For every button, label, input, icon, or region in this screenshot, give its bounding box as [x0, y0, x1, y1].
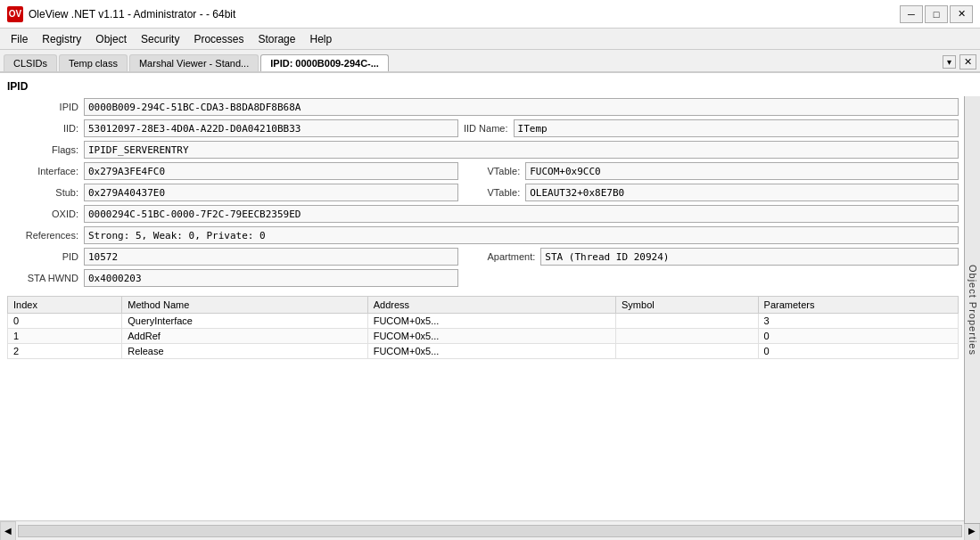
menu-bar: File Registry Object Security Processes … [0, 29, 980, 50]
cell-symbol [616, 344, 759, 359]
title-bar-controls: ─ □ ✕ [900, 5, 973, 23]
cell-method: QueryInterface [122, 314, 367, 329]
cell-index: 0 [8, 314, 122, 329]
iid-label: IID: [7, 123, 78, 134]
iid-name-label: IID Name: [464, 123, 508, 134]
col-address: Address [367, 297, 615, 314]
ipid-row: IPID [7, 98, 959, 116]
pid-row: PID Apartment: [7, 248, 959, 266]
tab-controls: ▾ ✕ [943, 54, 976, 71]
cell-address: FUCOM+0x5... [367, 314, 615, 329]
oxid-input[interactable] [84, 205, 959, 223]
cell-parameters: 0 [758, 329, 958, 344]
references-label: References: [7, 230, 78, 241]
col-symbol: Symbol [616, 297, 759, 314]
menu-security[interactable]: Security [134, 31, 186, 47]
vtable2-label: VTable: [488, 187, 521, 198]
table-row[interactable]: 0 QueryInterface FUCOM+0x5... 3 [8, 314, 959, 329]
apartment-right: Apartment: [488, 248, 959, 266]
side-panel[interactable]: Object Properties [964, 96, 980, 524]
menu-processes[interactable]: Processes [186, 31, 251, 47]
sta-hwnd-row: STA HWND [7, 269, 959, 287]
pid-label: PID [7, 251, 78, 262]
vtable1-right: VTable: [488, 162, 959, 180]
main-content: IPID IPID IID: IID Name: Flags: Interfac… [0, 73, 980, 520]
oxid-row: OXID: [7, 205, 959, 223]
vtable2-input[interactable] [525, 184, 959, 201]
cell-index: 1 [8, 329, 122, 344]
title-bar-left: OV OleView .NET v1.11 - Administrator - … [7, 6, 235, 22]
bottom-scrollbar: ◀ ▶ [0, 520, 980, 540]
cell-index: 2 [8, 344, 122, 359]
tab-clsids[interactable]: CLSIDs [4, 54, 57, 71]
scroll-track[interactable] [18, 525, 962, 537]
app-icon: OV [7, 6, 23, 22]
vtable1-label: VTable: [488, 166, 521, 176]
references-input[interactable] [84, 226, 959, 244]
scroll-left-arrow[interactable]: ◀ [0, 521, 16, 541]
cell-method: Release [122, 344, 367, 359]
vtable2-right: VTable: [488, 184, 959, 201]
apartment-label: Apartment: [488, 251, 536, 262]
tab-ipid[interactable]: IPID: 0000B009-294C-... [260, 54, 389, 71]
tab-tempclass[interactable]: Temp class [59, 54, 128, 71]
sta-hwnd-input[interactable] [84, 269, 458, 287]
maximize-button[interactable]: □ [925, 5, 948, 23]
references-row: References: [7, 226, 959, 244]
ipid-label: IPID [7, 102, 78, 112]
oxid-label: OXID: [7, 209, 78, 219]
close-button[interactable]: ✕ [950, 5, 973, 23]
iid-row: IID: IID Name: [7, 119, 959, 137]
minimize-button[interactable]: ─ [900, 5, 923, 23]
menu-storage[interactable]: Storage [251, 31, 302, 47]
interface-left: Interface: [7, 162, 479, 180]
menu-registry[interactable]: Registry [35, 31, 88, 47]
flags-row: Flags: [7, 141, 959, 159]
window-title: OleView .NET v1.11 - Administrator - - 6… [29, 8, 235, 20]
menu-file[interactable]: File [4, 31, 35, 47]
col-parameters: Parameters [758, 297, 958, 314]
sta-hwnd-label: STA HWND [7, 273, 78, 283]
iid-input[interactable] [84, 119, 458, 137]
iid-name-input[interactable] [514, 119, 959, 137]
vtable1-input[interactable] [525, 162, 959, 180]
flags-label: Flags: [7, 144, 78, 155]
cell-parameters: 0 [758, 344, 958, 359]
pid-input[interactable] [84, 248, 458, 266]
interface-label: Interface: [7, 166, 78, 176]
method-table: Index Method Name Address Symbol Paramet… [7, 296, 959, 359]
flags-input[interactable] [84, 141, 959, 159]
stub-left: Stub: [7, 184, 479, 201]
cell-address: FUCOM+0x5... [367, 344, 615, 359]
stub-input[interactable] [84, 184, 458, 201]
pid-left: PID [7, 248, 479, 266]
col-index: Index [8, 297, 122, 314]
ipid-input[interactable] [84, 98, 959, 116]
apartment-input[interactable] [540, 248, 959, 266]
tab-marshalviewer[interactable]: Marshal Viewer - Stand... [129, 54, 259, 71]
interface-row: Interface: VTable: [7, 162, 959, 180]
table-row[interactable]: 2 Release FUCOM+0x5... 0 [8, 344, 959, 359]
tab-close-button[interactable]: ✕ [959, 54, 976, 70]
stub-row: Stub: VTable: [7, 184, 959, 201]
tab-bar: CLSIDs Temp class Marshal Viewer - Stand… [0, 50, 980, 73]
cell-method: AddRef [122, 329, 367, 344]
stub-label: Stub: [7, 187, 78, 198]
tab-scroll-arrow[interactable]: ▾ [943, 55, 956, 69]
cell-symbol [616, 314, 759, 329]
cell-symbol [616, 329, 759, 344]
menu-object[interactable]: Object [88, 31, 134, 47]
col-method: Method Name [122, 297, 367, 314]
interface-input[interactable] [84, 162, 458, 180]
menu-help[interactable]: Help [302, 31, 339, 47]
cell-address: FUCOM+0x5... [367, 329, 615, 344]
table-row[interactable]: 1 AddRef FUCOM+0x5... 0 [8, 329, 959, 344]
cell-parameters: 3 [758, 314, 958, 329]
title-bar: OV OleView .NET v1.11 - Administrator - … [0, 0, 980, 29]
section-header: IPID [7, 80, 959, 93]
